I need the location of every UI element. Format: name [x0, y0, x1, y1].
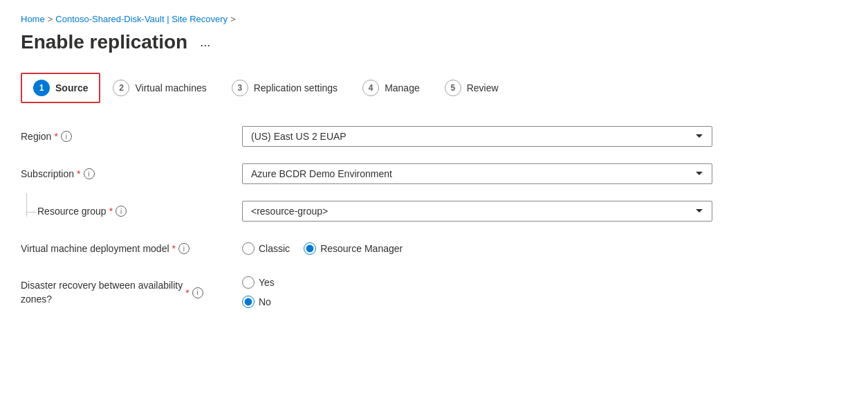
breadcrumb-vault[interactable]: Contoso-Shared-Disk-Vault | Site Recover…	[55, 14, 228, 24]
resource-manager-radio[interactable]	[304, 242, 316, 255]
deployment-model-label: Virtual machine deployment model	[21, 243, 169, 254]
resource-manager-option[interactable]: Resource Manager	[304, 242, 403, 255]
breadcrumb-home[interactable]: Home	[21, 14, 45, 24]
deployment-model-required: *	[172, 243, 176, 254]
step-3-circle: 3	[232, 80, 248, 96]
disaster-recovery-label: Disaster recovery between availabilityzo…	[21, 279, 183, 306]
classic-radio[interactable]	[242, 242, 255, 255]
disaster-recovery-radio-group: Yes No	[242, 276, 712, 308]
subscription-info-icon[interactable]: i	[84, 168, 95, 179]
page-title: Enable replication	[21, 31, 187, 53]
region-row: Region * i (US) East US 2 EUAP East US W…	[21, 124, 847, 149]
breadcrumb-sep1: >	[48, 14, 53, 24]
subscription-label: Subscription	[21, 168, 74, 179]
step-manage[interactable]: 4 Manage	[350, 73, 432, 103]
disaster-recovery-label-col: Disaster recovery between availabilityzo…	[21, 276, 242, 306]
step-virtual-machines[interactable]: 2 Virtual machines	[100, 73, 219, 103]
region-control: (US) East US 2 EUAP East US West US 2 We…	[242, 126, 712, 147]
breadcrumb-sep2: >	[230, 14, 236, 24]
step-review[interactable]: 5 Review	[432, 73, 511, 103]
step-5-circle: 5	[445, 80, 461, 96]
resource-group-row: Resource group * i <resource-group>	[21, 199, 847, 224]
no-option[interactable]: No	[242, 296, 712, 308]
step-replication-settings[interactable]: 3 Replication settings	[219, 73, 350, 103]
page-title-row: Enable replication ...	[21, 31, 847, 53]
step-3-label: Replication settings	[254, 82, 338, 93]
disaster-recovery-row: Disaster recovery between availabilityzo…	[21, 273, 847, 308]
step-2-circle: 2	[113, 80, 129, 96]
region-label: Region	[21, 131, 51, 142]
subscription-dropdown[interactable]: Azure BCDR Demo Environment Pay-As-You-G…	[242, 163, 712, 184]
classic-option[interactable]: Classic	[242, 242, 290, 255]
region-dropdown[interactable]: (US) East US 2 EUAP East US West US 2 We…	[242, 126, 712, 147]
no-label: No	[259, 296, 271, 307]
no-radio[interactable]	[242, 296, 255, 308]
deployment-model-label-col: Virtual machine deployment model * i	[21, 243, 242, 254]
deployment-model-control: Classic Resource Manager	[242, 242, 712, 255]
step-1-circle: 1	[33, 80, 50, 96]
region-required: *	[54, 131, 57, 142]
step-1-label: Source	[55, 82, 88, 93]
deployment-model-radio-group: Classic Resource Manager	[242, 242, 712, 255]
disaster-recovery-info-icon[interactable]: i	[192, 287, 203, 298]
form-section: Region * i (US) East US 2 EUAP East US W…	[21, 124, 847, 321]
deployment-model-row: Virtual machine deployment model * i Cla…	[21, 236, 847, 261]
steps-bar: 1 Source 2 Virtual machines 3 Replicatio…	[21, 73, 847, 103]
step-source[interactable]: 1 Source	[21, 73, 100, 103]
step-4-label: Manage	[385, 82, 420, 93]
classic-label: Classic	[259, 243, 290, 254]
region-info-icon[interactable]: i	[61, 131, 72, 142]
yes-option[interactable]: Yes	[242, 276, 712, 289]
disaster-recovery-control: Yes No	[242, 276, 712, 308]
yes-label: Yes	[259, 277, 275, 288]
resource-manager-label: Resource Manager	[320, 243, 403, 254]
ellipsis-button[interactable]: ...	[196, 34, 214, 51]
step-2-label: Virtual machines	[135, 82, 206, 93]
breadcrumb: Home > Contoso-Shared-Disk-Vault | Site …	[21, 14, 847, 24]
resource-group-label-col: Resource group * i	[21, 206, 242, 217]
resource-group-info-icon[interactable]: i	[116, 206, 127, 217]
step-5-label: Review	[467, 82, 499, 93]
region-label-col: Region * i	[21, 131, 242, 142]
subscription-label-col: Subscription * i	[21, 168, 242, 179]
subscription-required: *	[77, 168, 80, 179]
step-4-circle: 4	[362, 80, 379, 96]
deployment-model-info-icon[interactable]: i	[178, 243, 190, 254]
subscription-row: Subscription * i Azure BCDR Demo Environ…	[21, 161, 847, 186]
resource-group-control: <resource-group>	[242, 201, 712, 222]
resource-group-dropdown[interactable]: <resource-group>	[242, 201, 712, 222]
disaster-recovery-required: *	[185, 287, 189, 298]
yes-radio[interactable]	[242, 276, 255, 289]
resource-group-required: *	[109, 206, 113, 217]
resource-group-label: Resource group	[37, 206, 107, 217]
subscription-control: Azure BCDR Demo Environment Pay-As-You-G…	[242, 163, 712, 184]
